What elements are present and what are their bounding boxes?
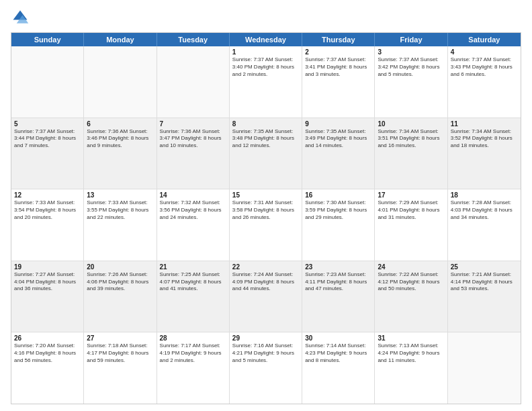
day-cell-17: 17Sunrise: 7:29 AM Sunset: 4:01 PM Dayli… xyxy=(375,189,447,261)
day-number: 30 xyxy=(305,334,371,342)
day-info: Sunrise: 7:28 AM Sunset: 4:03 PM Dayligh… xyxy=(451,199,518,221)
header-day-sunday: Sunday xyxy=(11,33,84,46)
day-info: Sunrise: 7:33 AM Sunset: 3:54 PM Dayligh… xyxy=(14,199,81,221)
day-cell-20: 20Sunrise: 7:26 AM Sunset: 4:06 PM Dayli… xyxy=(84,261,157,332)
day-cell-2: 2Sunrise: 7:37 AM Sunset: 3:41 PM Daylig… xyxy=(302,46,375,118)
day-cell-30: 30Sunrise: 7:14 AM Sunset: 4:23 PM Dayli… xyxy=(302,332,375,404)
page: SundayMondayTuesdayWednesdayThursdayFrid… xyxy=(0,0,532,411)
day-cell-9: 9Sunrise: 7:35 AM Sunset: 3:49 PM Daylig… xyxy=(302,118,375,189)
day-cell-16: 16Sunrise: 7:30 AM Sunset: 3:59 PM Dayli… xyxy=(302,189,375,261)
day-cell-3: 3Sunrise: 7:37 AM Sunset: 3:42 PM Daylig… xyxy=(375,46,447,118)
day-number: 17 xyxy=(378,191,444,199)
day-info: Sunrise: 7:33 AM Sunset: 3:55 PM Dayligh… xyxy=(87,199,153,221)
day-info: Sunrise: 7:37 AM Sunset: 3:40 PM Dayligh… xyxy=(232,56,299,78)
day-info: Sunrise: 7:35 AM Sunset: 3:49 PM Dayligh… xyxy=(305,128,371,150)
day-cell-25: 25Sunrise: 7:21 AM Sunset: 4:14 PM Dayli… xyxy=(448,261,521,332)
day-cell-31: 31Sunrise: 7:13 AM Sunset: 4:24 PM Dayli… xyxy=(375,332,447,404)
day-cell-8: 8Sunrise: 7:35 AM Sunset: 3:48 PM Daylig… xyxy=(230,118,302,189)
day-cell-18: 18Sunrise: 7:28 AM Sunset: 4:03 PM Dayli… xyxy=(448,189,521,261)
day-info: Sunrise: 7:20 AM Sunset: 4:16 PM Dayligh… xyxy=(14,342,81,364)
empty-cell xyxy=(448,332,521,404)
calendar-week-2: 5Sunrise: 7:37 AM Sunset: 3:44 PM Daylig… xyxy=(11,118,521,190)
day-number: 6 xyxy=(87,120,153,128)
day-cell-6: 6Sunrise: 7:36 AM Sunset: 3:46 PM Daylig… xyxy=(84,118,157,189)
day-number: 14 xyxy=(160,191,226,199)
day-number: 28 xyxy=(160,334,226,342)
day-cell-14: 14Sunrise: 7:32 AM Sunset: 3:56 PM Dayli… xyxy=(157,189,230,261)
logo-icon xyxy=(11,8,30,27)
day-info: Sunrise: 7:34 AM Sunset: 3:51 PM Dayligh… xyxy=(378,128,444,150)
day-cell-29: 29Sunrise: 7:16 AM Sunset: 4:21 PM Dayli… xyxy=(230,332,302,404)
day-cell-28: 28Sunrise: 7:17 AM Sunset: 4:19 PM Dayli… xyxy=(157,332,230,404)
day-number: 15 xyxy=(232,191,299,199)
day-cell-22: 22Sunrise: 7:24 AM Sunset: 4:09 PM Dayli… xyxy=(230,261,302,332)
header-day-monday: Monday xyxy=(84,33,157,46)
day-info: Sunrise: 7:36 AM Sunset: 3:46 PM Dayligh… xyxy=(87,128,153,150)
day-number: 22 xyxy=(232,263,299,271)
calendar-body: 1Sunrise: 7:37 AM Sunset: 3:40 PM Daylig… xyxy=(11,46,521,404)
calendar-week-5: 26Sunrise: 7:20 AM Sunset: 4:16 PM Dayli… xyxy=(11,332,521,404)
day-cell-23: 23Sunrise: 7:23 AM Sunset: 4:11 PM Dayli… xyxy=(302,261,375,332)
header-day-wednesday: Wednesday xyxy=(230,33,302,46)
day-number: 29 xyxy=(232,334,299,342)
day-info: Sunrise: 7:18 AM Sunset: 4:17 PM Dayligh… xyxy=(87,342,153,364)
day-cell-19: 19Sunrise: 7:27 AM Sunset: 4:04 PM Dayli… xyxy=(11,261,84,332)
day-info: Sunrise: 7:35 AM Sunset: 3:48 PM Dayligh… xyxy=(232,128,299,150)
logo xyxy=(11,8,32,27)
day-info: Sunrise: 7:14 AM Sunset: 4:23 PM Dayligh… xyxy=(305,342,371,364)
day-info: Sunrise: 7:27 AM Sunset: 4:04 PM Dayligh… xyxy=(14,271,81,293)
calendar-week-1: 1Sunrise: 7:37 AM Sunset: 3:40 PM Daylig… xyxy=(11,46,521,118)
day-cell-10: 10Sunrise: 7:34 AM Sunset: 3:51 PM Dayli… xyxy=(375,118,447,189)
calendar-week-4: 19Sunrise: 7:27 AM Sunset: 4:04 PM Dayli… xyxy=(11,261,521,333)
day-number: 21 xyxy=(160,263,226,271)
day-info: Sunrise: 7:16 AM Sunset: 4:21 PM Dayligh… xyxy=(232,342,299,364)
day-info: Sunrise: 7:24 AM Sunset: 4:09 PM Dayligh… xyxy=(232,271,299,293)
day-cell-5: 5Sunrise: 7:37 AM Sunset: 3:44 PM Daylig… xyxy=(11,118,84,189)
day-number: 18 xyxy=(451,191,518,199)
day-number: 16 xyxy=(305,191,371,199)
day-info: Sunrise: 7:30 AM Sunset: 3:59 PM Dayligh… xyxy=(305,199,371,221)
day-info: Sunrise: 7:22 AM Sunset: 4:12 PM Dayligh… xyxy=(378,271,444,293)
header xyxy=(11,8,521,27)
day-cell-15: 15Sunrise: 7:31 AM Sunset: 3:58 PM Dayli… xyxy=(230,189,302,261)
day-number: 23 xyxy=(305,263,371,271)
day-info: Sunrise: 7:29 AM Sunset: 4:01 PM Dayligh… xyxy=(378,199,444,221)
day-number: 27 xyxy=(87,334,153,342)
day-number: 19 xyxy=(14,263,81,271)
header-day-tuesday: Tuesday xyxy=(157,33,230,46)
day-number: 5 xyxy=(14,120,81,128)
empty-cell xyxy=(84,46,157,118)
day-number: 1 xyxy=(232,48,299,56)
day-cell-21: 21Sunrise: 7:25 AM Sunset: 4:07 PM Dayli… xyxy=(157,261,230,332)
day-cell-26: 26Sunrise: 7:20 AM Sunset: 4:16 PM Dayli… xyxy=(11,332,84,404)
day-info: Sunrise: 7:36 AM Sunset: 3:47 PM Dayligh… xyxy=(160,128,226,150)
day-cell-11: 11Sunrise: 7:34 AM Sunset: 3:52 PM Dayli… xyxy=(448,118,521,189)
day-number: 24 xyxy=(378,263,444,271)
empty-cell xyxy=(157,46,230,118)
day-number: 10 xyxy=(378,120,444,128)
day-info: Sunrise: 7:23 AM Sunset: 4:11 PM Dayligh… xyxy=(305,271,371,293)
day-number: 8 xyxy=(232,120,299,128)
day-cell-12: 12Sunrise: 7:33 AM Sunset: 3:54 PM Dayli… xyxy=(11,189,84,261)
day-info: Sunrise: 7:31 AM Sunset: 3:58 PM Dayligh… xyxy=(232,199,299,221)
day-info: Sunrise: 7:37 AM Sunset: 3:41 PM Dayligh… xyxy=(305,56,371,78)
day-info: Sunrise: 7:34 AM Sunset: 3:52 PM Dayligh… xyxy=(451,128,518,150)
day-number: 20 xyxy=(87,263,153,271)
day-number: 25 xyxy=(451,263,518,271)
day-info: Sunrise: 7:21 AM Sunset: 4:14 PM Dayligh… xyxy=(451,271,518,293)
day-info: Sunrise: 7:26 AM Sunset: 4:06 PM Dayligh… xyxy=(87,271,153,293)
day-number: 26 xyxy=(14,334,81,342)
day-cell-24: 24Sunrise: 7:22 AM Sunset: 4:12 PM Dayli… xyxy=(375,261,447,332)
day-cell-1: 1Sunrise: 7:37 AM Sunset: 3:40 PM Daylig… xyxy=(230,46,302,118)
header-day-friday: Friday xyxy=(375,33,447,46)
day-info: Sunrise: 7:32 AM Sunset: 3:56 PM Dayligh… xyxy=(160,199,226,221)
day-number: 3 xyxy=(378,48,444,56)
header-day-thursday: Thursday xyxy=(302,33,375,46)
empty-cell xyxy=(11,46,84,118)
day-cell-13: 13Sunrise: 7:33 AM Sunset: 3:55 PM Dayli… xyxy=(84,189,157,261)
day-number: 11 xyxy=(451,120,518,128)
day-cell-7: 7Sunrise: 7:36 AM Sunset: 3:47 PM Daylig… xyxy=(157,118,230,189)
calendar-week-3: 12Sunrise: 7:33 AM Sunset: 3:54 PM Dayli… xyxy=(11,189,521,261)
day-cell-4: 4Sunrise: 7:37 AM Sunset: 3:43 PM Daylig… xyxy=(448,46,521,118)
day-number: 2 xyxy=(305,48,371,56)
